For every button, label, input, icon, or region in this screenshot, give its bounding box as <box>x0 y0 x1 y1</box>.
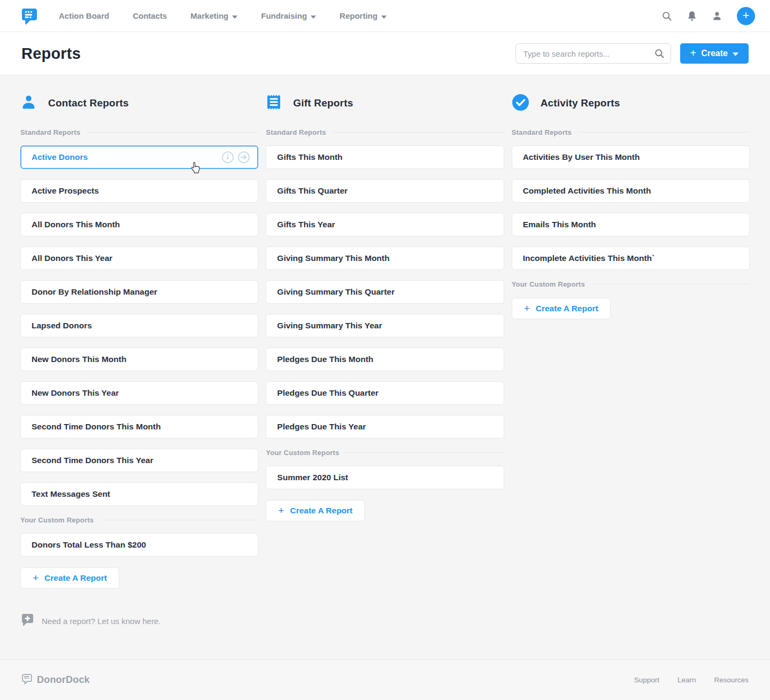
quick-add-button[interactable]: + <box>737 7 755 25</box>
report-card-label: Donors Total Less Than $200 <box>32 540 146 550</box>
create-a-report-button[interactable]: + Create A Report <box>20 567 119 589</box>
report-card[interactable]: Donors Total Less Than $200 <box>20 533 258 557</box>
report-card[interactable]: Summer 2020 List <box>266 466 504 489</box>
create-a-report-button[interactable]: + Create A Report <box>512 298 611 319</box>
section-label: Standard Reports <box>512 128 572 136</box>
report-card[interactable]: Second Time Donors This Year <box>20 449 258 472</box>
report-card[interactable]: Pledges Due This Quarter <box>266 381 504 405</box>
report-card[interactable]: Gifts This Quarter <box>266 179 504 203</box>
chevron-down-icon <box>733 49 738 58</box>
standard-report-list: Gifts This MonthGifts This QuarterGifts … <box>266 145 504 439</box>
create-a-report-label: Create A Report <box>290 506 352 516</box>
receipt-icon <box>266 94 282 113</box>
report-card[interactable]: Active Prospects <box>20 179 258 203</box>
nav-item-fundraising[interactable]: Fundraising <box>261 11 316 20</box>
page-footer: DonorDock Support Learn Resources <box>0 659 770 700</box>
report-card-label: Active Donors <box>32 152 88 162</box>
column-title: Activity Reports <box>541 97 620 109</box>
report-card[interactable]: Second Time Donors This Month <box>20 415 258 439</box>
info-icon[interactable] <box>222 151 234 163</box>
footer-link-resources[interactable]: Resources <box>714 676 749 684</box>
section-label: Your Custom Reports <box>512 280 585 288</box>
report-card-label: Giving Summary This Quarter <box>277 287 395 297</box>
report-card-label: Pledges Due This Month <box>277 355 373 364</box>
search-icon[interactable] <box>661 11 672 21</box>
chevron-down-icon <box>381 11 387 20</box>
report-card[interactable]: Text Messages Sent <box>20 482 258 506</box>
top-nav: Action Board Contacts Marketing Fundrais… <box>0 0 770 32</box>
report-card[interactable]: All Donors This Year <box>20 247 258 270</box>
nav-item-label: Reporting <box>340 11 378 20</box>
report-card[interactable]: Donor By Relationship Manager <box>20 280 258 304</box>
reports-main: Contact Reports Standard Reports Active … <box>0 75 770 659</box>
report-card[interactable]: Activities By User This Month <box>512 145 750 169</box>
chevron-down-icon <box>232 11 237 20</box>
report-card-label: Giving Summary This Month <box>277 253 389 263</box>
chevron-down-icon <box>311 11 316 20</box>
page-header: Reports + Create <box>0 32 770 75</box>
standard-report-list: Active DonorsActive ProspectsAll Donors … <box>20 145 258 506</box>
report-card-label: Donor By Relationship Manager <box>32 287 157 297</box>
report-card-label: New Donors This Month <box>32 355 126 364</box>
report-card-label: Second Time Donors This Year <box>32 456 153 465</box>
nav-item-contacts[interactable]: Contacts <box>133 11 167 20</box>
activity-reports-column: Activity Reports Standard Reports Activi… <box>512 94 750 589</box>
report-card[interactable]: Incomplete Activities This Month` <box>512 247 750 270</box>
section-label: Your Custom Reports <box>20 516 94 524</box>
report-card[interactable]: Gifts This Month <box>266 145 504 169</box>
donordock-logo-icon <box>21 673 33 687</box>
user-profile-icon[interactable] <box>712 11 722 21</box>
column-title: Gift Reports <box>293 97 353 109</box>
section-label: Your Custom Reports <box>266 449 339 457</box>
report-card[interactable]: Giving Summary This Quarter <box>266 280 504 304</box>
report-card[interactable]: Pledges Due This Year <box>266 415 504 439</box>
report-card[interactable]: All Donors This Month <box>20 213 258 236</box>
column-title: Contact Reports <box>48 97 129 109</box>
nav-item-action-board[interactable]: Action Board <box>59 11 109 20</box>
create-a-report-button[interactable]: + Create A Report <box>266 500 365 521</box>
report-card-label: Active Prospects <box>32 186 99 196</box>
plus-icon: + <box>278 505 284 517</box>
search-icon[interactable] <box>654 48 665 61</box>
report-card[interactable]: Active Donors <box>20 145 258 169</box>
report-card-label: Pledges Due This Quarter <box>277 388 379 398</box>
report-card[interactable]: Emails This Month <box>512 213 750 236</box>
report-card[interactable]: Completed Activities This Month <box>512 179 750 203</box>
report-card[interactable]: Lapsed Donors <box>20 314 258 337</box>
report-card[interactable]: Pledges Due This Month <box>266 348 504 371</box>
footer-brand[interactable]: DonorDock <box>21 673 90 687</box>
open-report-arrow-icon[interactable] <box>238 151 250 163</box>
create-a-report-label: Create A Report <box>536 304 598 313</box>
notifications-bell-icon[interactable] <box>687 10 697 22</box>
report-card-label: Incomplete Activities This Month` <box>523 253 655 263</box>
nav-item-marketing[interactable]: Marketing <box>190 11 237 20</box>
page-title: Reports <box>21 45 81 63</box>
report-card-label: Pledges Due This Year <box>277 422 366 432</box>
create-button-label: Create <box>701 49 728 58</box>
footer-link-support[interactable]: Support <box>634 676 659 684</box>
custom-report-list: Donors Total Less Than $200 <box>20 533 258 557</box>
divider <box>578 132 750 133</box>
donordock-logo-icon[interactable] <box>20 7 38 25</box>
divider <box>100 520 258 520</box>
need-report-link[interactable]: Need a report? Let us know here. <box>42 617 161 626</box>
nav-item-reporting[interactable]: Reporting <box>340 11 387 20</box>
report-card[interactable]: New Donors This Month <box>20 348 258 371</box>
create-button[interactable]: + Create <box>680 43 749 64</box>
report-card[interactable]: New Donors This Year <box>20 381 258 405</box>
plus-icon: + <box>33 573 38 584</box>
report-card-label: Text Messages Sent <box>32 489 110 499</box>
footer-link-learn[interactable]: Learn <box>677 676 696 684</box>
report-card[interactable]: Gifts This Year <box>266 213 504 236</box>
gift-reports-column: Gift Reports Standard Reports Gifts This… <box>266 94 504 589</box>
create-a-report-label: Create A Report <box>44 573 107 583</box>
divider <box>591 284 750 284</box>
standard-report-list: Activities By User This MonthCompleted A… <box>512 145 750 270</box>
nav-actions: + <box>661 7 755 25</box>
report-card-label: Summer 2020 List <box>277 473 348 482</box>
report-card-label: Gifts This Quarter <box>277 186 348 196</box>
report-card[interactable]: Giving Summary This Year <box>266 314 504 337</box>
report-card[interactable]: Giving Summary This Month <box>266 247 504 270</box>
report-card-label: Emails This Month <box>523 220 596 229</box>
search-reports-input[interactable] <box>515 43 671 64</box>
